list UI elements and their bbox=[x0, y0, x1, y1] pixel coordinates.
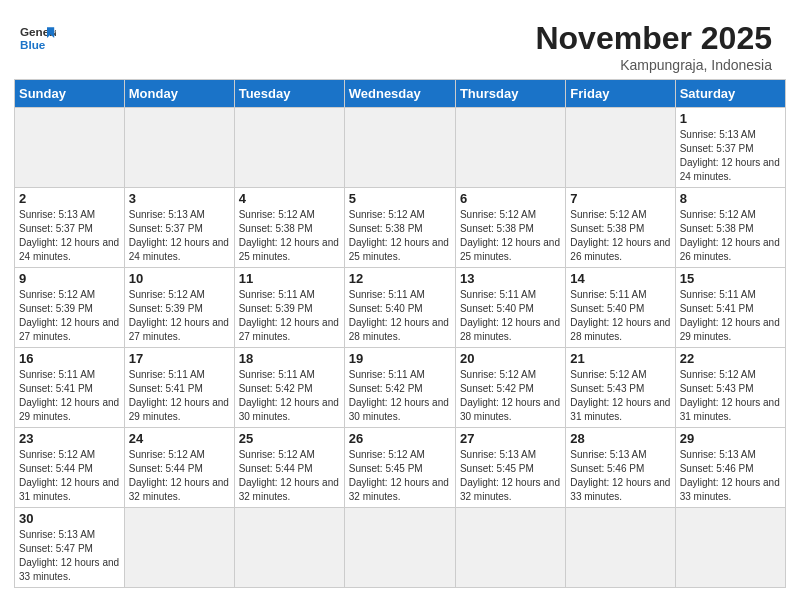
day-number: 9 bbox=[19, 271, 120, 286]
calendar-cell: 13Sunrise: 5:11 AMSunset: 5:40 PMDayligh… bbox=[455, 268, 565, 348]
calendar-cell: 26Sunrise: 5:12 AMSunset: 5:45 PMDayligh… bbox=[344, 428, 455, 508]
day-number: 2 bbox=[19, 191, 120, 206]
day-number: 22 bbox=[680, 351, 781, 366]
col-header-saturday: Saturday bbox=[675, 80, 785, 108]
calendar-cell bbox=[344, 108, 455, 188]
day-info: Sunrise: 5:12 AMSunset: 5:44 PMDaylight:… bbox=[239, 448, 340, 504]
day-number: 28 bbox=[570, 431, 670, 446]
calendar-cell: 19Sunrise: 5:11 AMSunset: 5:42 PMDayligh… bbox=[344, 348, 455, 428]
calendar-cell: 21Sunrise: 5:12 AMSunset: 5:43 PMDayligh… bbox=[566, 348, 675, 428]
day-info: Sunrise: 5:11 AMSunset: 5:41 PMDaylight:… bbox=[680, 288, 781, 344]
calendar-cell: 24Sunrise: 5:12 AMSunset: 5:44 PMDayligh… bbox=[124, 428, 234, 508]
calendar-week-row: 30Sunrise: 5:13 AMSunset: 5:47 PMDayligh… bbox=[15, 508, 786, 588]
col-header-friday: Friday bbox=[566, 80, 675, 108]
calendar-cell bbox=[15, 108, 125, 188]
day-number: 27 bbox=[460, 431, 561, 446]
day-number: 29 bbox=[680, 431, 781, 446]
calendar-cell: 6Sunrise: 5:12 AMSunset: 5:38 PMDaylight… bbox=[455, 188, 565, 268]
day-number: 20 bbox=[460, 351, 561, 366]
day-number: 4 bbox=[239, 191, 340, 206]
calendar-cell: 18Sunrise: 5:11 AMSunset: 5:42 PMDayligh… bbox=[234, 348, 344, 428]
day-info: Sunrise: 5:11 AMSunset: 5:42 PMDaylight:… bbox=[239, 368, 340, 424]
day-info: Sunrise: 5:13 AMSunset: 5:47 PMDaylight:… bbox=[19, 528, 120, 584]
col-header-monday: Monday bbox=[124, 80, 234, 108]
day-number: 7 bbox=[570, 191, 670, 206]
calendar-cell: 14Sunrise: 5:11 AMSunset: 5:40 PMDayligh… bbox=[566, 268, 675, 348]
calendar-cell: 27Sunrise: 5:13 AMSunset: 5:45 PMDayligh… bbox=[455, 428, 565, 508]
day-info: Sunrise: 5:12 AMSunset: 5:44 PMDaylight:… bbox=[19, 448, 120, 504]
calendar-cell: 16Sunrise: 5:11 AMSunset: 5:41 PMDayligh… bbox=[15, 348, 125, 428]
day-info: Sunrise: 5:12 AMSunset: 5:38 PMDaylight:… bbox=[239, 208, 340, 264]
day-number: 18 bbox=[239, 351, 340, 366]
col-header-wednesday: Wednesday bbox=[344, 80, 455, 108]
calendar-table: SundayMondayTuesdayWednesdayThursdayFrid… bbox=[14, 79, 786, 588]
calendar-cell: 28Sunrise: 5:13 AMSunset: 5:46 PMDayligh… bbox=[566, 428, 675, 508]
calendar-cell: 2Sunrise: 5:13 AMSunset: 5:37 PMDaylight… bbox=[15, 188, 125, 268]
day-number: 26 bbox=[349, 431, 451, 446]
day-info: Sunrise: 5:13 AMSunset: 5:45 PMDaylight:… bbox=[460, 448, 561, 504]
day-info: Sunrise: 5:12 AMSunset: 5:43 PMDaylight:… bbox=[570, 368, 670, 424]
day-info: Sunrise: 5:12 AMSunset: 5:39 PMDaylight:… bbox=[19, 288, 120, 344]
calendar-cell bbox=[124, 108, 234, 188]
calendar-week-row: 1Sunrise: 5:13 AMSunset: 5:37 PMDaylight… bbox=[15, 108, 786, 188]
calendar-cell: 12Sunrise: 5:11 AMSunset: 5:40 PMDayligh… bbox=[344, 268, 455, 348]
day-info: Sunrise: 5:12 AMSunset: 5:39 PMDaylight:… bbox=[129, 288, 230, 344]
calendar-cell bbox=[566, 508, 675, 588]
calendar-cell: 8Sunrise: 5:12 AMSunset: 5:38 PMDaylight… bbox=[675, 188, 785, 268]
day-info: Sunrise: 5:13 AMSunset: 5:46 PMDaylight:… bbox=[680, 448, 781, 504]
calendar-week-row: 16Sunrise: 5:11 AMSunset: 5:41 PMDayligh… bbox=[15, 348, 786, 428]
calendar-cell: 30Sunrise: 5:13 AMSunset: 5:47 PMDayligh… bbox=[15, 508, 125, 588]
calendar-cell bbox=[566, 108, 675, 188]
day-number: 6 bbox=[460, 191, 561, 206]
day-info: Sunrise: 5:11 AMSunset: 5:40 PMDaylight:… bbox=[349, 288, 451, 344]
calendar-cell: 5Sunrise: 5:12 AMSunset: 5:38 PMDaylight… bbox=[344, 188, 455, 268]
calendar-cell: 15Sunrise: 5:11 AMSunset: 5:41 PMDayligh… bbox=[675, 268, 785, 348]
day-number: 21 bbox=[570, 351, 670, 366]
page-header: General Blue November 2025 Kampungraja, … bbox=[10, 10, 782, 79]
day-number: 16 bbox=[19, 351, 120, 366]
day-info: Sunrise: 5:13 AMSunset: 5:37 PMDaylight:… bbox=[680, 128, 781, 184]
day-number: 3 bbox=[129, 191, 230, 206]
calendar-cell bbox=[234, 508, 344, 588]
day-number: 8 bbox=[680, 191, 781, 206]
day-info: Sunrise: 5:12 AMSunset: 5:45 PMDaylight:… bbox=[349, 448, 451, 504]
day-number: 30 bbox=[19, 511, 120, 526]
title-block: November 2025 Kampungraja, Indonesia bbox=[535, 20, 772, 73]
day-number: 24 bbox=[129, 431, 230, 446]
col-header-thursday: Thursday bbox=[455, 80, 565, 108]
day-info: Sunrise: 5:13 AMSunset: 5:37 PMDaylight:… bbox=[129, 208, 230, 264]
calendar-cell bbox=[675, 508, 785, 588]
calendar-cell bbox=[124, 508, 234, 588]
day-number: 25 bbox=[239, 431, 340, 446]
calendar-cell bbox=[344, 508, 455, 588]
day-info: Sunrise: 5:11 AMSunset: 5:41 PMDaylight:… bbox=[129, 368, 230, 424]
day-number: 12 bbox=[349, 271, 451, 286]
day-info: Sunrise: 5:11 AMSunset: 5:39 PMDaylight:… bbox=[239, 288, 340, 344]
day-number: 13 bbox=[460, 271, 561, 286]
day-number: 11 bbox=[239, 271, 340, 286]
day-info: Sunrise: 5:12 AMSunset: 5:42 PMDaylight:… bbox=[460, 368, 561, 424]
calendar-week-row: 23Sunrise: 5:12 AMSunset: 5:44 PMDayligh… bbox=[15, 428, 786, 508]
day-number: 19 bbox=[349, 351, 451, 366]
day-info: Sunrise: 5:12 AMSunset: 5:38 PMDaylight:… bbox=[680, 208, 781, 264]
day-number: 10 bbox=[129, 271, 230, 286]
calendar-cell: 29Sunrise: 5:13 AMSunset: 5:46 PMDayligh… bbox=[675, 428, 785, 508]
day-info: Sunrise: 5:11 AMSunset: 5:41 PMDaylight:… bbox=[19, 368, 120, 424]
calendar-cell: 7Sunrise: 5:12 AMSunset: 5:38 PMDaylight… bbox=[566, 188, 675, 268]
day-info: Sunrise: 5:11 AMSunset: 5:40 PMDaylight:… bbox=[460, 288, 561, 344]
logo: General Blue bbox=[20, 20, 56, 56]
calendar-cell: 1Sunrise: 5:13 AMSunset: 5:37 PMDaylight… bbox=[675, 108, 785, 188]
day-info: Sunrise: 5:12 AMSunset: 5:43 PMDaylight:… bbox=[680, 368, 781, 424]
logo-icon: General Blue bbox=[20, 20, 56, 56]
day-info: Sunrise: 5:13 AMSunset: 5:46 PMDaylight:… bbox=[570, 448, 670, 504]
day-info: Sunrise: 5:11 AMSunset: 5:42 PMDaylight:… bbox=[349, 368, 451, 424]
calendar-cell: 3Sunrise: 5:13 AMSunset: 5:37 PMDaylight… bbox=[124, 188, 234, 268]
calendar-cell bbox=[234, 108, 344, 188]
day-info: Sunrise: 5:12 AMSunset: 5:44 PMDaylight:… bbox=[129, 448, 230, 504]
calendar-cell: 22Sunrise: 5:12 AMSunset: 5:43 PMDayligh… bbox=[675, 348, 785, 428]
calendar-cell: 9Sunrise: 5:12 AMSunset: 5:39 PMDaylight… bbox=[15, 268, 125, 348]
calendar-cell: 20Sunrise: 5:12 AMSunset: 5:42 PMDayligh… bbox=[455, 348, 565, 428]
month-title: November 2025 bbox=[535, 20, 772, 57]
day-info: Sunrise: 5:12 AMSunset: 5:38 PMDaylight:… bbox=[460, 208, 561, 264]
day-number: 15 bbox=[680, 271, 781, 286]
